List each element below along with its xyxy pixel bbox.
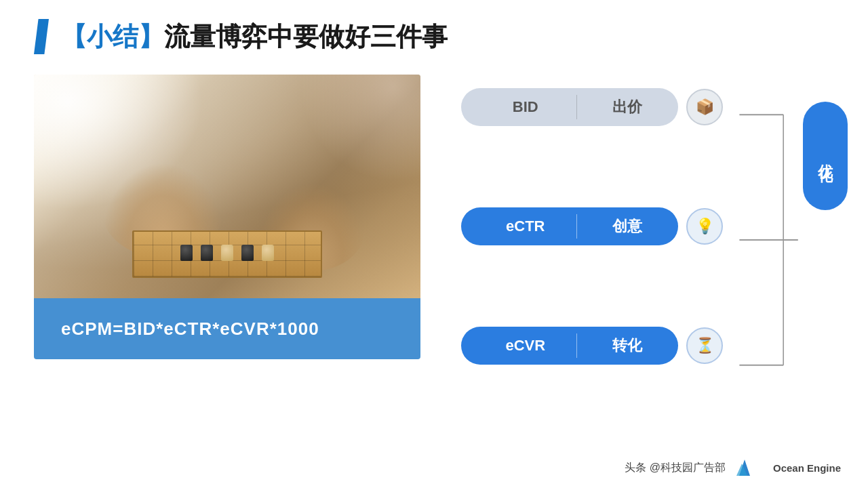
ectr-row: eCTR 创意 💡 [461,207,827,245]
chess-image-container: eCPM=BID*eCTR*eCVR*1000 [34,75,420,359]
hourglass-icon: ⏳ [696,337,714,354]
spacer-1 [461,153,827,207]
ecvr-icon-circle: ⏳ [686,327,723,364]
chess-piece-dark-2 [201,245,213,261]
ecvr-pill: eCVR 转化 [461,327,678,365]
bid-row: BID 出价 📦 [461,88,827,126]
ocean-engine-text: Ocean Engine [773,462,841,474]
title-bracket: 【小结】 [61,22,164,51]
optimize-pill: 优化 [803,102,848,210]
ectr-value: 创意 [577,216,679,237]
ocean-logo-icon [734,457,755,479]
rows-wrapper: BID 出价 📦 eCTR 创意 💡 [461,88,827,392]
optimize-label: 优化 [815,152,835,160]
bid-icon-circle: 📦 [686,89,723,125]
chess-pieces [180,245,274,261]
ecvr-value: 转化 [577,336,679,356]
bid-icon: 📦 [696,98,714,116]
caption-bar: eCPM=BID*eCTR*eCVR*1000 [34,298,420,359]
title-accent-icon [34,19,49,54]
chess-piece-dark-3 [241,245,254,261]
bid-value: 出价 [577,97,679,117]
title-text: 流量博弈中要做好三件事 [164,22,448,51]
lightbulb-icon: 💡 [696,218,714,235]
ecvr-row: eCVR 转化 ⏳ [461,327,827,365]
page-title: 【小结】流量博弈中要做好三件事 [61,20,448,54]
right-panel: BID 出价 📦 eCTR 创意 💡 [461,75,827,392]
chess-photo [34,75,420,298]
header: 【小结】流量博弈中要做好三件事 [0,0,868,68]
ectr-pill: eCTR 创意 [461,207,678,245]
footer: 头条 @科技园广告部 Ocean Engine [0,447,868,488]
chess-piece-dark-1 [180,245,193,261]
content-area: eCPM=BID*eCTR*eCVR*1000 BID [0,68,868,405]
chess-piece-light-2 [262,245,274,261]
ectr-icon-circle: 💡 [686,208,723,245]
ectr-label: eCTR [461,218,576,235]
bid-pill: BID 出价 [461,88,678,126]
spacer-2 [461,272,827,327]
chess-piece-light-1 [221,245,233,261]
footer-toutiao: 头条 @科技园广告部 [625,461,726,475]
photo-person-r [285,75,420,197]
bid-label: BID [461,98,576,116]
ocean-engine-logo: Ocean Engine [734,457,841,479]
caption-text: eCPM=BID*eCTR*eCVR*1000 [61,319,319,340]
ecvr-label: eCVR [461,337,576,354]
